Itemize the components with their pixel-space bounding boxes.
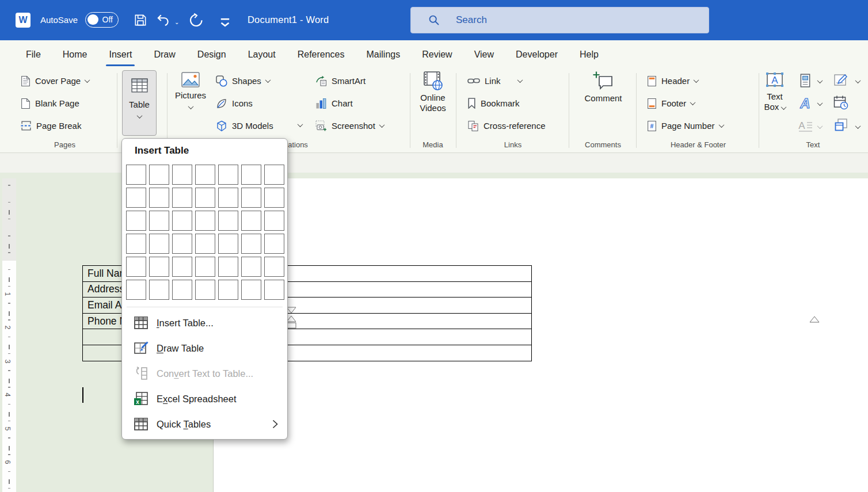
table-size-cell[interactable] — [195, 188, 215, 208]
header-button[interactable]: Header — [647, 71, 698, 90]
table-size-cell[interactable] — [218, 211, 238, 231]
tab-layout[interactable]: Layout — [237, 40, 287, 68]
table-cell[interactable] — [272, 266, 532, 282]
chevron-down-icon[interactable] — [855, 78, 861, 83]
table-size-cell[interactable] — [218, 234, 238, 254]
save-icon[interactable] — [133, 13, 148, 28]
table-size-cell[interactable] — [241, 211, 261, 231]
tab-file[interactable]: File — [15, 40, 52, 68]
table-size-cell[interactable] — [172, 257, 192, 277]
table-size-cell[interactable] — [241, 188, 261, 208]
cover-page-button[interactable]: Cover Page — [21, 71, 89, 90]
tab-help[interactable]: Help — [569, 40, 610, 68]
table-size-cell[interactable] — [172, 211, 192, 231]
table-size-cell[interactable] — [195, 211, 215, 231]
object-icon[interactable] — [834, 118, 848, 132]
table-cell[interactable] — [272, 313, 532, 329]
table-cell[interactable] — [272, 298, 532, 314]
table-size-cell[interactable] — [195, 280, 215, 300]
search-input[interactable]: Search — [410, 7, 709, 33]
table-button[interactable]: Table — [122, 70, 157, 136]
table-size-cell[interactable] — [264, 234, 284, 254]
table-size-cell[interactable] — [264, 211, 284, 231]
blank-page-button[interactable]: Blank Page — [21, 94, 79, 113]
quick-parts-icon[interactable] — [799, 74, 812, 87]
footer-button[interactable]: Footer — [647, 94, 695, 113]
table-cell[interactable] — [272, 329, 532, 345]
table-size-cell[interactable] — [264, 257, 284, 277]
tab-design[interactable]: Design — [186, 40, 237, 68]
tab-developer[interactable]: Developer — [505, 40, 569, 68]
table-size-cell[interactable] — [126, 188, 146, 208]
chevron-down-icon[interactable] — [817, 100, 823, 106]
table-size-cell[interactable] — [126, 211, 146, 231]
autosave-toggle[interactable]: Off — [85, 12, 119, 28]
table-size-cell[interactable] — [126, 165, 146, 185]
menu-item-draw-table[interactable]: Draw Table — [122, 335, 287, 361]
date-time-icon[interactable] — [833, 95, 848, 110]
undo-dropdown-chevron-icon[interactable]: ⌄ — [174, 19, 179, 25]
table-size-cell[interactable] — [172, 188, 192, 208]
online-videos-button[interactable]: Online Videos — [413, 70, 452, 113]
table-size-cell[interactable] — [149, 280, 169, 300]
link-button[interactable]: Link — [467, 71, 522, 90]
drop-cap-icon[interactable]: A — [798, 119, 814, 133]
smartart-button[interactable]: SmartArt — [315, 71, 366, 90]
table-size-cell[interactable] — [126, 280, 146, 300]
cross-reference-button[interactable]: Cross-reference — [467, 116, 546, 135]
table-size-cell[interactable] — [264, 280, 284, 300]
tab-references[interactable]: References — [287, 40, 356, 68]
table-size-cell[interactable] — [126, 257, 146, 277]
table-size-cell[interactable] — [149, 211, 169, 231]
table-size-cell[interactable] — [172, 280, 192, 300]
pictures-button[interactable]: Pictures — [172, 70, 209, 109]
tab-home[interactable]: Home — [52, 40, 98, 68]
tab-view[interactable]: View — [463, 40, 505, 68]
wordart-icon[interactable]: A — [798, 96, 813, 111]
table-size-cell[interactable] — [126, 234, 146, 254]
tab-mailings[interactable]: Mailings — [356, 40, 412, 68]
customize-quick-access-toolbar-icon[interactable] — [218, 15, 233, 30]
table-size-cell[interactable] — [241, 165, 261, 185]
table-cell[interactable] — [272, 281, 532, 298]
table-size-cell[interactable] — [241, 257, 261, 277]
table-size-cell[interactable] — [218, 188, 238, 208]
redo-icon[interactable] — [189, 13, 204, 28]
comment-button[interactable]: Comment — [580, 70, 626, 104]
table-size-cell[interactable] — [149, 257, 169, 277]
table-size-cell[interactable] — [264, 188, 284, 208]
table-size-cell[interactable] — [218, 257, 238, 277]
chart-button[interactable]: Chart — [315, 94, 353, 113]
word-logo-icon[interactable]: W — [16, 13, 31, 28]
chevron-down-icon[interactable] — [298, 121, 303, 127]
table-size-cell[interactable] — [172, 234, 192, 254]
signature-line-icon[interactable] — [833, 73, 847, 87]
chevron-down-icon[interactable] — [817, 78, 823, 83]
menu-item-excel-spreadsheet[interactable]: x Excel Spreadsheet — [122, 386, 287, 411]
menu-item-quick-tables[interactable]: Quick Tables — [122, 411, 287, 437]
page-break-button[interactable]: Page Break — [21, 116, 81, 135]
chevron-down-icon[interactable] — [855, 123, 861, 129]
table-size-cell[interactable] — [195, 257, 215, 277]
table-size-cell[interactable] — [218, 165, 238, 185]
table-size-cell[interactable] — [241, 280, 261, 300]
3d-models-button[interactable]: 3D Models — [216, 116, 273, 135]
table-size-cell[interactable] — [264, 165, 284, 185]
table-size-cell[interactable] — [218, 280, 238, 300]
table-size-cell[interactable] — [172, 165, 192, 185]
table-size-cell[interactable] — [149, 188, 169, 208]
menu-item-convert-text-to-table[interactable]: Convert Text to Table... — [122, 361, 287, 386]
tab-insert[interactable]: Insert — [98, 40, 143, 68]
screenshot-button[interactable]: Screenshot — [315, 116, 384, 135]
bookmark-button[interactable]: Bookmark — [467, 94, 520, 113]
table-size-cell[interactable] — [195, 234, 215, 254]
tab-review[interactable]: Review — [411, 40, 463, 68]
table-cell[interactable] — [272, 345, 532, 361]
right-indent-marker[interactable] — [809, 316, 820, 323]
tab-draw[interactable]: Draw — [143, 40, 186, 68]
text-box-button[interactable]: A Text Box — [761, 70, 789, 112]
shapes-button[interactable]: Shapes — [216, 71, 270, 90]
table-size-cell[interactable] — [195, 165, 215, 185]
table-size-cell[interactable] — [149, 234, 169, 254]
menu-item-insert-table[interactable]: Insert Table... — [122, 310, 287, 335]
